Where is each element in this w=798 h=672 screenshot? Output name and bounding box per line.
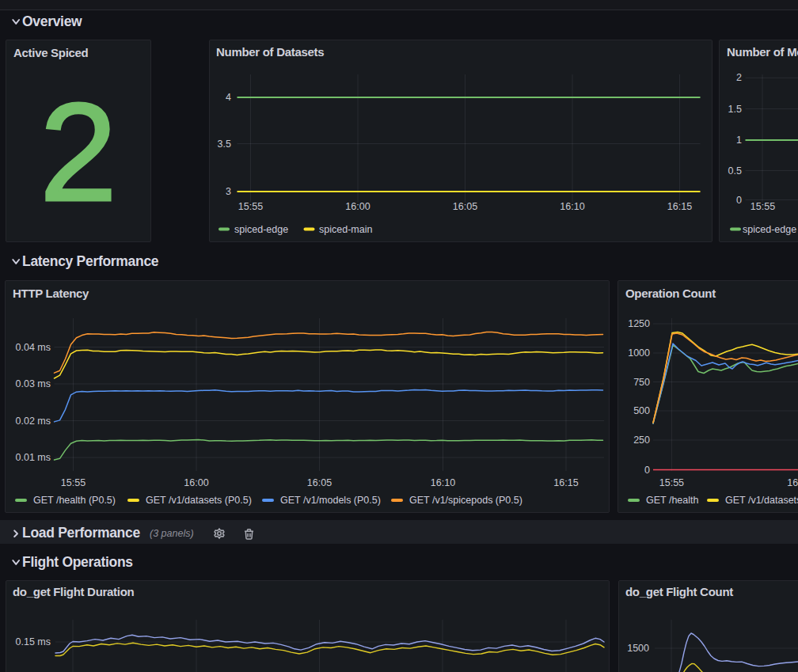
svg-text:15:55: 15:55 <box>750 201 775 212</box>
svg-text:1250: 1250 <box>628 318 650 329</box>
svg-text:16:15: 16:15 <box>667 201 692 212</box>
svg-text:GET /health: GET /health <box>646 495 699 506</box>
svg-text:0.04 ms: 0.04 ms <box>16 342 51 353</box>
svg-text:GET /v1/models (P0.5): GET /v1/models (P0.5) <box>280 495 381 506</box>
svg-text:3: 3 <box>226 186 231 197</box>
svg-text:GET /v1/datasets: GET /v1/datasets <box>725 495 798 506</box>
svg-text:0.5: 0.5 <box>728 165 742 177</box>
svg-text:750: 750 <box>633 377 650 388</box>
svg-text:16:10: 16:10 <box>431 477 455 488</box>
svg-text:GET /v1/datasets (P0.5): GET /v1/datasets (P0.5) <box>146 495 252 506</box>
svg-text:15:55: 15:55 <box>238 201 263 212</box>
svg-text:spiced-edge: spiced-edge <box>743 224 796 235</box>
svg-text:0.02 ms: 0.02 ms <box>16 416 51 427</box>
svg-text:0: 0 <box>644 465 650 476</box>
svg-text:16:15: 16:15 <box>553 477 578 488</box>
svg-text:16:00: 16:00 <box>787 477 798 488</box>
svg-text:15:55: 15:55 <box>61 477 86 488</box>
svg-text:15:55: 15:55 <box>659 477 684 488</box>
svg-text:1: 1 <box>736 135 742 146</box>
svg-text:250: 250 <box>633 435 650 446</box>
svg-text:1500: 1500 <box>627 643 649 654</box>
svg-text:spiced-edge: spiced-edge <box>234 224 288 235</box>
svg-text:spiced-main: spiced-main <box>319 224 372 235</box>
svg-text:GET /v1/spicepods (P0.5): GET /v1/spicepods (P0.5) <box>409 495 522 506</box>
svg-text:3.5: 3.5 <box>218 139 231 150</box>
svg-text:16:10: 16:10 <box>560 201 584 212</box>
svg-text:GET /health (P0.5): GET /health (P0.5) <box>33 495 116 506</box>
svg-text:16:05: 16:05 <box>307 477 332 488</box>
svg-text:1.5: 1.5 <box>728 104 742 115</box>
svg-text:2: 2 <box>736 72 742 83</box>
svg-text:0: 0 <box>736 195 742 206</box>
svg-text:500: 500 <box>633 405 650 416</box>
svg-text:0.15 ms: 0.15 ms <box>16 636 51 647</box>
svg-text:16:00: 16:00 <box>184 477 208 488</box>
svg-text:16:05: 16:05 <box>453 201 477 212</box>
svg-text:16:00: 16:00 <box>345 201 370 212</box>
svg-text:1000: 1000 <box>628 347 650 359</box>
svg-text:0.03 ms: 0.03 ms <box>16 378 51 389</box>
svg-text:0.01 ms: 0.01 ms <box>16 452 51 463</box>
svg-text:4: 4 <box>226 92 231 103</box>
